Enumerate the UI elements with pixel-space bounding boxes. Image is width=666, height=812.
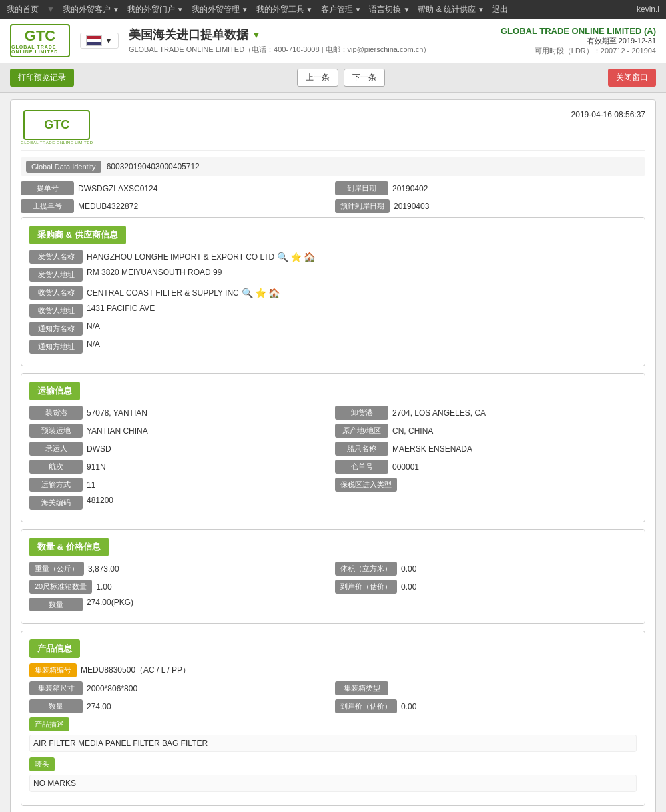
transport-title: 运输信息	[29, 382, 80, 400]
buyer-supplier-title: 采购商 & 供应商信息	[29, 226, 126, 244]
nav-home[interactable]: 我的首页	[7, 4, 39, 15]
nav-portal[interactable]: 我的外贸门户 ▼	[127, 4, 184, 15]
top-navigation: 我的首页 ▼ 我的外贸客户 ▼ 我的外贸门户 ▼ 我的外贸管理 ▼ 我的外贸工具…	[0, 0, 666, 19]
nav-links: 我的首页 ▼ 我的外贸客户 ▼ 我的外贸门户 ▼ 我的外贸管理 ▼ 我的外贸工具…	[7, 4, 508, 15]
notify-name-label: 通知方名称	[29, 322, 83, 336]
nav-tools[interactable]: 我的外贸工具 ▼	[256, 4, 313, 15]
consignee-name-value: CENTRAL COAST FILTER & SUPPLY INC 🔍 ⭐ 🏠	[87, 288, 637, 298]
close-button-top[interactable]: 关闭窗口	[608, 69, 656, 87]
pre-carriage-value: YANTIAN CHINA	[87, 426, 331, 436]
nav-logout[interactable]: 退出	[492, 4, 508, 15]
record-card: GTC GLOBAL TRADE ONLINE LIMITED 2019-04-…	[10, 99, 656, 812]
qp-quantity-value: 274.00(PKG)	[87, 598, 637, 611]
bill-row: 提单号 DWSDGZLAXSC0124 到岸日期 20190402	[21, 181, 645, 195]
shipper-search-icon[interactable]: 🔍	[277, 252, 288, 262]
page-subtitle: GLOBAL TRADE ONLINE LIMITED（电话：400-710-3…	[129, 45, 431, 55]
consignee-search-icon[interactable]: 🔍	[242, 288, 252, 298]
current-user: kevin.l	[637, 5, 659, 14]
shipper-addr-value: RM 3820 MEIYUANSOUTH ROAD 99	[87, 268, 637, 282]
flag-selector[interactable]: ▼	[80, 33, 119, 49]
transport-section: 运输信息 装货港 57078, YANTIAN 卸货港 2704, LOS AN…	[21, 373, 645, 522]
consignee-star-icon[interactable]: ⭐	[255, 288, 266, 298]
nav-language[interactable]: 语言切换 ▼	[369, 4, 410, 15]
gdi-value: 600320190403000405712	[107, 162, 200, 171]
next-button-top[interactable]: 下一条	[344, 69, 385, 87]
company-name: GLOBAL TRADE ONLINE LIMITED (A)	[501, 26, 656, 36]
volume-value: 0.00	[401, 564, 637, 574]
transport-mode-value: 11	[87, 480, 331, 490]
quantity-price-section: 数量 & 价格信息 重量（公斤） 3,873.00 体积（立方米） 0.00 2…	[21, 529, 645, 624]
nav-help[interactable]: 帮助 & 统计供应 ▼	[418, 4, 484, 15]
container-size-label: 集装箱尺寸	[29, 681, 83, 695]
consignee-name-label: 收货人名称	[29, 286, 83, 300]
vessel-name-label: 船只名称	[335, 442, 388, 456]
container-no-value: 000001	[392, 462, 637, 472]
buyer-supplier-section: 采购商 & 供应商信息 发货人名称 HANGZHOU LONGHE IMPORT…	[21, 217, 645, 366]
master-bill-label: 主提单号	[21, 199, 74, 213]
departure-date-value: 20190402	[392, 184, 645, 193]
prev-button-top[interactable]: 上一条	[297, 69, 338, 87]
print-button-top[interactable]: 打印预览记录	[10, 69, 74, 87]
planned-date-label: 预计到岸日期	[335, 199, 390, 213]
notify-addr-label: 通知方地址	[29, 340, 83, 354]
nav-customers[interactable]: 我的外贸客户 ▼	[63, 4, 119, 15]
prod-desc-value: AIR FILTER MEDIA PANEL FILTER BAG FILTER	[29, 735, 637, 752]
unit-price-label: 到岸价（估价）	[335, 580, 397, 594]
weight-label: 重量（公斤）	[29, 562, 84, 576]
toolbar-top: 打印预览记录 上一条 下一条 关闭窗口	[0, 63, 666, 93]
shipping-marks-value: 481200	[87, 496, 637, 510]
gdi-row: Global Data Identity 6003201904030004057…	[21, 157, 645, 176]
shipping-marks-label: 海关编码	[29, 496, 83, 510]
prod-unit-price-value: 0.00	[401, 702, 637, 711]
unit-price-value: 0.00	[401, 582, 637, 592]
page-title: 美国海关进口提单数据 ▼	[129, 27, 431, 43]
master-bill-value: MEDUB4322872	[78, 202, 331, 211]
record-header: GTC GLOBAL TRADE ONLINE LIMITED 2019-04-…	[21, 110, 645, 151]
container-id-label: 集装箱编号	[29, 663, 77, 677]
container-size-value: 2000*806*800	[87, 684, 331, 693]
notify-name-value: N/A	[87, 322, 637, 336]
pre-carriage-label: 预装运地	[29, 424, 83, 438]
shipper-addr-label: 发货人地址	[29, 268, 83, 282]
validity-date: 有效期至 2019-12-31	[501, 36, 656, 46]
shipper-star-icon[interactable]: ⭐	[290, 252, 301, 262]
volume-label: 体积（立方米）	[335, 562, 397, 576]
page-header: GTC GLOBAL TRADE ONLINE LIMITED ▼ 美国海关进口…	[0, 19, 666, 63]
nav-management[interactable]: 我的外贸管理 ▼	[192, 4, 248, 15]
record-logo: GTC GLOBAL TRADE ONLINE LIMITED	[21, 110, 93, 145]
bill-no-value: DWSDGZLAXSC0124	[78, 184, 331, 193]
prod-quantity-label: 数量	[29, 699, 83, 713]
departure-date-label: 到岸日期	[335, 181, 388, 195]
container-no-label: 仓单号	[335, 460, 388, 474]
quantity-price-title: 数量 & 价格信息	[29, 538, 109, 556]
container-id-value: MEDU8830500（AC / L / PP）	[81, 665, 637, 676]
company-logo: GTC GLOBAL TRADE ONLINE LIMITED	[10, 24, 70, 57]
weight-value: 3,873.00	[88, 564, 331, 574]
origin-country-label: 原产地/地区	[335, 424, 388, 438]
ldr-range: 可用时段（LDR）：200712 - 201904	[501, 46, 656, 56]
product-title: 产品信息	[29, 639, 80, 658]
master-bill-row: 主提单号 MEDUB4322872 预计到岸日期 20190403	[21, 199, 645, 213]
prod-quantity-value: 274.00	[87, 702, 331, 711]
bill-no-label: 提单号	[21, 181, 74, 195]
us-flag-icon	[86, 35, 102, 46]
transport-mode-label: 运输方式	[29, 478, 83, 492]
marks-label: 唛头	[29, 757, 55, 771]
discharge-port-label: 卸货港	[335, 406, 388, 420]
consignee-addr-label: 收货人地址	[29, 304, 83, 318]
container-type-label: 集装箱类型	[335, 681, 388, 695]
consignee-home-icon[interactable]: 🏠	[268, 288, 279, 298]
origin-country-value: CN, CHINA	[392, 426, 637, 436]
record-timestamp: 2019-04-16 08:56:37	[571, 110, 645, 119]
product-section: 产品信息 集装箱编号 MEDU8830500（AC / L / PP） 集装箱尺…	[21, 631, 645, 806]
prod-desc-label: 产品描述	[29, 717, 69, 731]
nav-client-mgmt[interactable]: 客户管理 ▼	[321, 4, 362, 15]
prod-unit-price-label: 到岸价（估价）	[335, 699, 397, 713]
vessel-name-value: MAERSK ENSENADA	[392, 444, 637, 454]
voyage-value: 911N	[87, 462, 331, 472]
shipper-home-icon[interactable]: 🏠	[304, 252, 314, 262]
container-20ft-value: 1.00	[96, 582, 331, 592]
loading-port-label: 装货港	[29, 406, 83, 420]
discharge-port-value: 2704, LOS ANGELES, CA	[392, 408, 637, 418]
notify-addr-value: N/A	[87, 340, 637, 354]
